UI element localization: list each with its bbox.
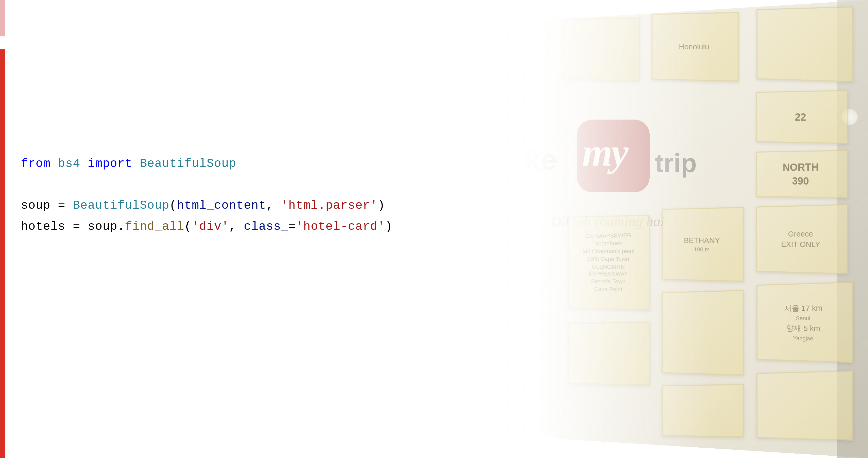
- slide-accent-bar: [0, 50, 5, 458]
- slide-accent-top: [0, 0, 5, 36]
- code-keyword: from: [21, 157, 51, 171]
- code-string: 'div': [192, 220, 229, 234]
- sign-text: Noordhoek: [594, 240, 622, 247]
- sign-text: (M3) Cape Town: [588, 256, 629, 263]
- road-sign: 서울 17 km Seoul 양재 5 km Yangjae: [756, 282, 853, 363]
- sign-text: Cape Point: [594, 286, 622, 293]
- sign-text: 양재 5 km: [786, 323, 820, 334]
- sign-text: 100 m: [694, 246, 710, 253]
- code-snippet: from bs4 import BeautifulSoup soup = Bea…: [21, 153, 393, 237]
- code-variable: hotels: [21, 220, 65, 234]
- code-string: 'hotel-card': [296, 220, 385, 234]
- sign-text: Seoul: [796, 315, 810, 322]
- code-paren: ): [378, 199, 385, 212]
- road-sign: [562, 18, 640, 81]
- sign-text: OU KAAPSEWEG: [585, 232, 631, 240]
- road-sign: [662, 384, 744, 437]
- sign-text: Honolulu: [679, 42, 709, 51]
- code-kwarg: class_: [244, 220, 288, 234]
- road-sign: 22: [756, 90, 848, 144]
- code-class: BeautifulSoup: [73, 199, 169, 212]
- code-operator: =: [58, 199, 65, 212]
- code-comma: ,: [266, 199, 274, 212]
- code-dot: .: [118, 220, 125, 234]
- sign-text: Yangjae: [793, 335, 813, 342]
- code-operator: =: [288, 220, 296, 234]
- code-keyword: import: [88, 157, 132, 171]
- road-sign: NORTH 390: [756, 150, 848, 199]
- sign-text: EXIT ONLY: [781, 240, 820, 249]
- sign-text: 서울 17 km: [784, 303, 823, 314]
- code-paren: ): [385, 220, 393, 234]
- logo-prefix-text: ke: [525, 143, 557, 176]
- sign-text: Greece: [788, 230, 813, 238]
- code-param: html_content: [177, 199, 266, 212]
- code-variable: soup: [21, 199, 51, 212]
- sign-text: 390: [792, 175, 809, 187]
- road-sign: OU KAAPSEWEG Noordhoek M6 Chapman's peak…: [568, 215, 650, 310]
- code-operator: =: [73, 220, 80, 234]
- code-paren: (: [184, 220, 192, 234]
- sign-text: M6 Chapman's peak: [583, 248, 634, 255]
- sign-text: Simon's Town: [591, 278, 625, 285]
- road-sign: [756, 370, 853, 441]
- road-sign: Greece EXIT ONLY: [756, 204, 848, 274]
- code-comma: ,: [229, 220, 237, 234]
- code-paren: (: [169, 199, 177, 212]
- road-sign: Honolulu: [652, 12, 739, 82]
- sign-text: BETHANY: [684, 236, 720, 245]
- sign-text: 22: [795, 111, 806, 123]
- code-module: bs4: [58, 157, 80, 171]
- road-sign: [662, 290, 744, 375]
- logo-suffix-text: trip: [655, 148, 697, 178]
- road-sign: [568, 322, 650, 385]
- code-method: find_all: [125, 220, 185, 234]
- code-string: 'html.parser': [281, 199, 378, 212]
- code-class: BeautifulSoup: [140, 157, 237, 171]
- sign-text: NORTH: [782, 161, 818, 173]
- logo-script-text: my: [582, 130, 627, 175]
- code-object: soup: [88, 220, 117, 234]
- sign-text: GLENCAIRN EXPRESSWAY: [572, 264, 645, 277]
- road-sign: [756, 6, 853, 82]
- road-sign: BETHANY 100 m: [662, 207, 744, 282]
